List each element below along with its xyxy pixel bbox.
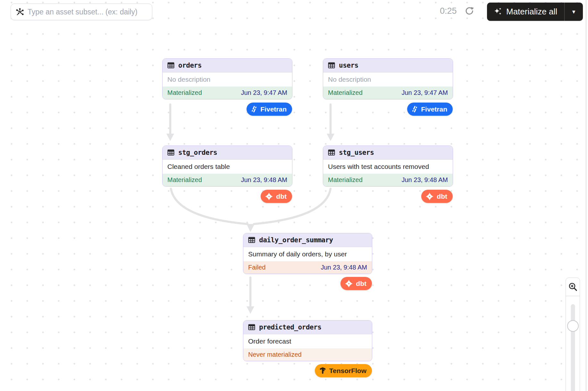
- asset-header: stg_orders: [163, 146, 292, 160]
- badge-label: dbt: [437, 193, 447, 200]
- asset-graph-icon: [15, 8, 24, 16]
- badge-label: TensorFlow: [329, 367, 366, 375]
- status-badge: Materialized: [328, 89, 363, 96]
- dbt-icon: [265, 192, 273, 201]
- dbt-icon: [425, 192, 434, 201]
- materialize-dropdown-button[interactable]: ▾: [564, 3, 583, 21]
- dbt-badge[interactable]: dbt: [261, 190, 292, 203]
- asset-status-bar: Materialized Jun 23, 9:48 AM: [163, 174, 292, 186]
- asset-title: users: [339, 62, 358, 69]
- status-badge: Materialized: [328, 176, 363, 184]
- asset-status-bar: Failed Jun 23, 9:48 AM: [243, 261, 372, 274]
- asset-node-users[interactable]: users No description Materialized Jun 23…: [323, 58, 453, 99]
- dbt-badge[interactable]: dbt: [340, 277, 372, 290]
- zoom-in-button[interactable]: [566, 278, 580, 296]
- refresh-timer: 0:25: [440, 6, 457, 16]
- materialization-timestamp: Jun 23, 9:47 AM: [241, 89, 287, 96]
- asset-title: daily_order_summary: [259, 236, 333, 244]
- status-badge: Never materialized: [248, 351, 302, 358]
- materialization-timestamp: Jun 23, 9:47 AM: [401, 89, 448, 96]
- materialization-timestamp: Jun 23, 9:48 AM: [321, 264, 367, 271]
- asset-status-bar: Never materialized: [243, 348, 372, 361]
- asset-lineage-canvas[interactable]: 0:25 Materialize all ▾: [0, 0, 588, 391]
- asset-node-stg-orders[interactable]: stg_orders Cleaned orders table Material…: [162, 146, 292, 187]
- asset-header: predicted_orders: [243, 320, 372, 334]
- fivetran-icon: [251, 106, 257, 112]
- asset-title: orders: [178, 62, 202, 69]
- asset-node-daily-order-summary[interactable]: daily_order_summary Summary of daily ord…: [243, 233, 372, 274]
- zoom-slider-thumb[interactable]: [567, 320, 579, 332]
- table-icon: [167, 62, 175, 69]
- asset-title: stg_users: [339, 149, 374, 156]
- fivetran-badge[interactable]: Fivetran: [247, 103, 292, 116]
- fivetran-icon: [411, 106, 418, 112]
- zoom-control: [566, 278, 580, 391]
- asset-node-predicted-orders[interactable]: predicted_orders Order forecast Never ma…: [243, 320, 372, 361]
- table-icon: [328, 149, 335, 156]
- tensorflow-icon: [319, 367, 326, 374]
- asset-description: Order forecast: [243, 334, 372, 348]
- tensorflow-badge[interactable]: TensorFlow: [315, 364, 372, 377]
- asset-title: stg_orders: [178, 149, 217, 156]
- asset-description: Summary of daily orders, by user: [243, 247, 372, 261]
- search-input[interactable]: [28, 8, 147, 16]
- table-icon: [248, 236, 256, 244]
- sparkles-icon: [493, 7, 502, 16]
- zoom-in-icon: [568, 282, 578, 292]
- asset-status-bar: Materialized Jun 23, 9:48 AM: [323, 174, 453, 186]
- materialize-all-main[interactable]: Materialize all: [487, 3, 564, 21]
- dbt-badge[interactable]: dbt: [421, 190, 453, 203]
- status-badge: Materialized: [167, 89, 202, 96]
- asset-node-orders[interactable]: orders No description Materialized Jun 2…: [162, 58, 292, 99]
- table-icon: [167, 149, 175, 156]
- asset-description: Users with test accounts removed: [323, 160, 453, 174]
- badge-label: dbt: [276, 193, 287, 200]
- materialize-all-label: Materialize all: [506, 7, 557, 17]
- asset-status-bar: Materialized Jun 23, 9:47 AM: [323, 87, 453, 99]
- zoom-slider-track[interactable]: [571, 304, 575, 391]
- asset-description: No description: [323, 72, 453, 87]
- asset-node-stg-users[interactable]: stg_users Users with test accounts remov…: [323, 146, 453, 187]
- fivetran-badge[interactable]: Fivetran: [407, 103, 453, 116]
- asset-title: predicted_orders: [259, 323, 321, 331]
- refresh-icon[interactable]: [464, 6, 475, 16]
- table-icon: [248, 323, 256, 331]
- table-icon: [328, 62, 335, 69]
- status-badge: Materialized: [167, 176, 202, 184]
- edge-stg-orders-daily: [171, 189, 248, 224]
- badge-label: dbt: [356, 280, 366, 287]
- asset-header: stg_users: [323, 146, 453, 160]
- dbt-icon: [345, 279, 353, 288]
- asset-header: daily_order_summary: [243, 233, 372, 247]
- materialize-all-button[interactable]: Materialize all ▾: [487, 3, 583, 21]
- asset-status-bar: Materialized Jun 23, 9:47 AM: [163, 87, 292, 99]
- asset-header: orders: [163, 59, 292, 72]
- right-panel-edge: [586, 0, 586, 391]
- asset-filter-searchbar[interactable]: [11, 4, 152, 20]
- materialization-timestamp: Jun 23, 9:48 AM: [241, 176, 287, 184]
- asset-description: Cleaned orders table: [163, 160, 292, 174]
- status-badge: Failed: [248, 264, 265, 271]
- asset-description: No description: [163, 72, 292, 87]
- chevron-down-icon: ▾: [572, 8, 575, 15]
- asset-header: users: [323, 59, 453, 72]
- materialization-timestamp: Jun 23, 9:48 AM: [401, 176, 448, 184]
- badge-label: Fivetran: [260, 105, 287, 113]
- badge-label: Fivetran: [421, 105, 447, 113]
